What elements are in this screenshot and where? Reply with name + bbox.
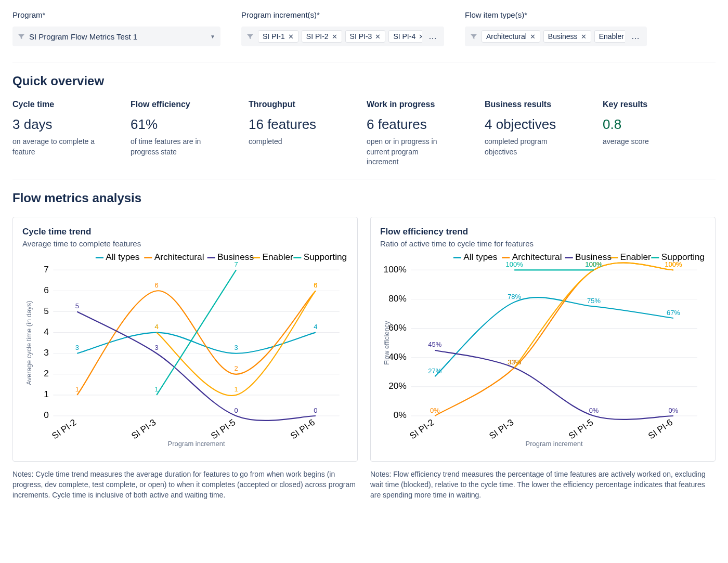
metric-desc: completed program objectives: [485, 137, 568, 157]
svg-text:5: 5: [44, 306, 49, 316]
svg-text:100%: 100%: [665, 260, 682, 268]
svg-text:0: 0: [314, 406, 317, 414]
svg-text:3: 3: [155, 344, 159, 351]
legend-item: Enabler: [262, 253, 293, 262]
filter-chip[interactable]: Enabler✕: [594, 30, 625, 43]
metric-desc: completed: [249, 137, 332, 147]
metric: Work in progress 6 features open or in p…: [367, 100, 479, 167]
svg-text:2: 2: [234, 364, 238, 372]
svg-text:7: 7: [44, 264, 49, 274]
metric: Key results 0.8 average score: [603, 100, 716, 167]
metric-desc: of time features are in progress state: [131, 137, 214, 157]
svg-text:60%: 60%: [388, 322, 407, 333]
chip-label: SI PI-1: [263, 32, 285, 41]
metric-title: Work in progress: [367, 100, 479, 109]
metric-desc: open or in progress in current program i…: [367, 137, 450, 167]
chart-notes: Notes: Flow efficiency trend measures th…: [370, 469, 716, 501]
remove-chip-icon[interactable]: ✕: [530, 33, 536, 41]
remove-chip-icon[interactable]: ✕: [375, 33, 381, 41]
svg-text:1: 1: [44, 389, 49, 399]
svg-text:20%: 20%: [388, 381, 407, 391]
remove-chip-icon[interactable]: ✕: [288, 33, 294, 41]
metric: Throughput 16 features completed: [249, 100, 361, 167]
svg-text:SI PI-6: SI PI-6: [289, 417, 317, 441]
overview-title: Quick overview: [12, 74, 716, 88]
chart-svg: SupportingEnablerBusinessArchitecturalAl…: [22, 253, 348, 450]
svg-text:5: 5: [75, 302, 79, 310]
svg-text:100%: 100%: [506, 260, 524, 268]
metric-value: 16 features: [249, 116, 361, 133]
svg-text:SI PI-2: SI PI-2: [408, 417, 436, 441]
metric: Cycle time 3 days on average to complete…: [12, 100, 125, 167]
chart-card: Cycle time trend Average time to complet…: [12, 217, 358, 462]
svg-text:40%: 40%: [388, 351, 407, 362]
svg-text:0: 0: [234, 406, 238, 414]
remove-chip-icon[interactable]: ✕: [581, 33, 587, 41]
metric: Business results 4 objectives completed …: [485, 100, 597, 167]
increments-label: Program increment(s)*: [241, 10, 444, 19]
metric-title: Flow efficiency: [131, 100, 243, 109]
chart-subtitle: Average time to complete features: [22, 239, 348, 248]
filter-chip[interactable]: SI PI-2✕: [302, 30, 342, 43]
svg-text:33%: 33%: [508, 358, 521, 366]
overview-metrics: Cycle time 3 days on average to complete…: [12, 100, 716, 167]
svg-text:75%: 75%: [587, 297, 601, 305]
legend-item: Supporting: [304, 253, 347, 262]
chart-title: Flow efficiency trend: [380, 227, 706, 237]
svg-text:7: 7: [234, 260, 238, 268]
svg-text:4: 4: [155, 323, 159, 331]
remove-chip-icon[interactable]: ✕: [419, 33, 422, 41]
filter-chip[interactable]: Architectural✕: [482, 30, 540, 43]
svg-text:4: 4: [314, 323, 317, 331]
chip-label: SI PI-2: [306, 32, 329, 41]
chart-column: Flow efficiency trend Ratio of active ti…: [370, 217, 716, 501]
program-filter-group: Program* SI Program Flow Metrics Test 1 …: [12, 10, 220, 46]
svg-text:100%: 100%: [384, 264, 407, 274]
svg-text:6: 6: [155, 281, 159, 289]
metric-value: 6 features: [367, 116, 479, 133]
chip-label: Business: [548, 32, 578, 41]
filter-chip[interactable]: Business✕: [543, 30, 591, 43]
svg-text:6: 6: [44, 285, 49, 295]
program-label: Program*: [12, 10, 220, 19]
svg-text:SI PI-5: SI PI-5: [209, 417, 238, 441]
filter-icon: [18, 33, 25, 40]
svg-text:2: 2: [44, 368, 49, 378]
chart-subtitle: Ratio of active time to cycle time for f…: [380, 239, 706, 248]
svg-text:6: 6: [314, 281, 317, 289]
increments-multiselect[interactable]: SI PI-1✕SI PI-2✕SI PI-3✕SI PI-4✕ …: [241, 27, 444, 46]
svg-text:SI PI-6: SI PI-6: [646, 417, 675, 441]
remove-chip-icon[interactable]: ✕: [332, 33, 337, 41]
svg-text:1: 1: [75, 385, 79, 393]
svg-text:Flow efficiency: Flow efficiency: [383, 321, 391, 365]
filter-chip[interactable]: SI PI-4✕: [388, 30, 422, 43]
svg-text:Average cycle time (in days): Average cycle time (in days): [25, 300, 33, 385]
more-icon[interactable]: …: [629, 32, 642, 41]
increments-filter-group: Program increment(s)* SI PI-1✕SI PI-2✕SI…: [241, 10, 444, 46]
metric-desc: on average to complete a feature: [12, 137, 96, 157]
svg-text:SI PI-3: SI PI-3: [487, 417, 516, 441]
program-dropdown[interactable]: SI Program Flow Metrics Test 1 ▼: [12, 27, 220, 46]
legend-item: All types: [106, 253, 139, 262]
chart-title: Cycle time trend: [22, 227, 348, 237]
svg-text:Program increment: Program increment: [168, 440, 225, 448]
filter-chip[interactable]: SI PI-1✕: [258, 30, 298, 43]
svg-text:80%: 80%: [388, 293, 407, 304]
svg-text:SI PI-2: SI PI-2: [50, 417, 79, 441]
chip-label: Enabler: [599, 32, 624, 41]
svg-text:27%: 27%: [428, 367, 441, 375]
chart-column: Cycle time trend Average time to complet…: [12, 217, 358, 501]
legend-item: Architectural: [154, 253, 204, 262]
metric-title: Throughput: [249, 100, 361, 109]
svg-text:1: 1: [155, 385, 159, 393]
more-icon[interactable]: …: [426, 32, 439, 41]
program-value: SI Program Flow Metrics Test 1: [29, 32, 206, 41]
svg-text:67%: 67%: [667, 308, 680, 316]
filter-chip[interactable]: SI PI-3✕: [345, 30, 386, 43]
metric-desc: average score: [603, 137, 686, 147]
metric-value: 4 objectives: [485, 116, 597, 133]
svg-text:0%: 0%: [394, 410, 407, 420]
types-multiselect[interactable]: Architectural✕Business✕Enabler✕ …: [465, 27, 647, 46]
svg-text:Program increment: Program increment: [526, 440, 583, 448]
svg-text:0: 0: [44, 410, 49, 420]
